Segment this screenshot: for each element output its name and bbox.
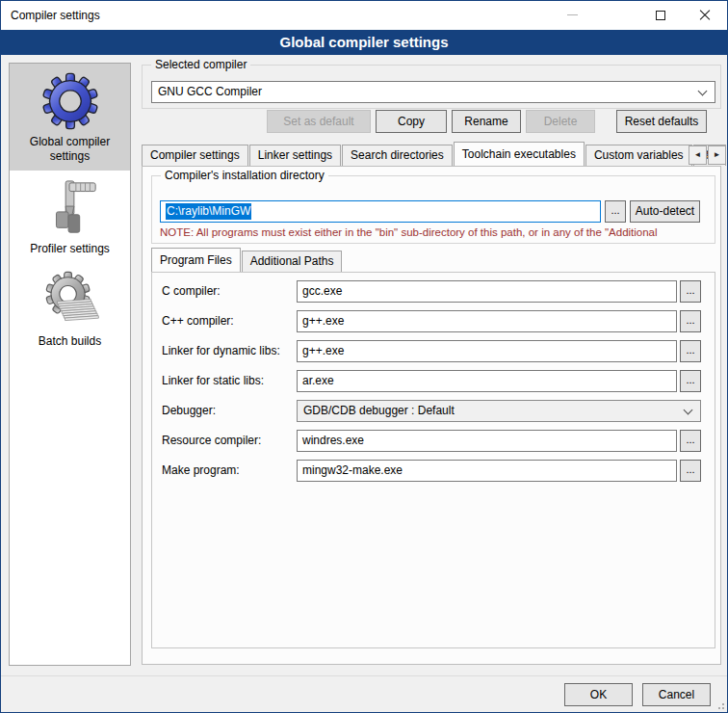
cpp-compiler-input[interactable]: g++.exe (297, 310, 677, 332)
installation-directory-legend: Compiler's installation directory (161, 169, 328, 183)
field-label: Resource compiler: (162, 430, 297, 452)
maximize-icon (656, 11, 665, 20)
field-label: Linker for dynamic libs: (162, 340, 297, 362)
field-row-dynamic-linker: Linker for dynamic libs: g++.exe ... (152, 340, 715, 362)
sidebar-item-profiler-settings[interactable]: Profiler settings (10, 171, 130, 263)
cpp-compiler-browse-button[interactable]: ... (680, 310, 701, 332)
field-value: g++.exe (302, 314, 344, 328)
close-icon (699, 10, 711, 21)
chevron-down-icon (698, 87, 708, 96)
caliper-icon (40, 178, 100, 238)
selected-compiler-group: Selected compiler GNU GCC Compiler (142, 65, 721, 109)
cancel-button[interactable]: Cancel (642, 683, 711, 706)
minimize-icon (567, 14, 578, 15)
field-row-static-linker: Linker for static libs: ar.exe ... (152, 370, 715, 392)
tab-compiler-settings[interactable]: Compiler settings (142, 145, 248, 166)
toolchain-executables-panel: Compiler's installation directory C:\ray… (142, 166, 721, 665)
window-title: Compiler settings (11, 1, 100, 30)
copy-button[interactable]: Copy (376, 110, 447, 133)
field-value: mingw32-make.exe (302, 463, 403, 477)
tab-scroll-left-button[interactable]: ◄ (689, 145, 707, 165)
dynamic-linker-browse-button[interactable]: ... (680, 340, 701, 362)
field-label: Make program: (162, 460, 297, 482)
chevron-down-icon (684, 406, 693, 415)
resource-compiler-input[interactable]: windres.exe (297, 430, 677, 452)
selected-compiler-legend: Selected compiler (151, 58, 250, 72)
field-value: windres.exe (302, 434, 364, 447)
sidebar-item-batch-builds[interactable]: Batch builds (10, 263, 130, 356)
program-files-panel: C compiler: gcc.exe ... C++ compiler: g+… (151, 272, 715, 648)
field-label: Linker for static libs: (162, 370, 297, 392)
dynamic-linker-input[interactable]: g++.exe (297, 340, 677, 362)
tab-linker-settings[interactable]: Linker settings (249, 145, 341, 166)
field-label: Debugger: (162, 400, 297, 422)
tab-search-directories[interactable]: Search directories (342, 145, 453, 166)
installation-directory-value: C:\raylib\MinGW (166, 203, 251, 220)
maximize-button[interactable] (638, 1, 683, 29)
static-linker-input[interactable]: ar.exe (297, 370, 677, 392)
debugger-select-value: GDB/CDB debugger : Default (303, 404, 455, 417)
titlebar[interactable]: Compiler settings (1, 1, 727, 30)
compiler-settings-dialog: Compiler settings Global compiler settin… (0, 0, 728, 713)
field-row-make-program: Make program: mingw32-make.exe ... (152, 460, 715, 482)
sidebar-item-label: Global compiler settings (12, 135, 128, 164)
compiler-actions: Set as default Copy Rename Delete Reset … (1, 110, 707, 133)
tab-scroll-right-icon: ► (714, 150, 721, 159)
resource-compiler-browse-button[interactable]: ... (680, 430, 701, 452)
settings-category-list: Global compiler settings Profiler settin… (9, 63, 131, 666)
installation-directory-input[interactable]: C:\raylib\MinGW (160, 200, 601, 223)
resize-grip[interactable] (715, 700, 724, 709)
field-value: gcc.exe (302, 284, 342, 298)
minimize-button[interactable] (550, 1, 594, 29)
field-value: ar.exe (302, 374, 334, 387)
reset-defaults-button[interactable]: Reset defaults (616, 110, 707, 133)
debugger-select[interactable]: GDB/CDB debugger : Default (297, 400, 701, 422)
page-title: Global compiler settings (1, 30, 727, 55)
compiler-select-value: GNU GCC Compiler (158, 85, 262, 98)
footer-divider (1, 675, 727, 676)
make-program-input[interactable]: mingw32-make.exe (297, 460, 677, 482)
field-row-cpp-compiler: C++ compiler: g++.exe ... (152, 310, 715, 332)
rename-button[interactable]: Rename (452, 110, 521, 133)
compiler-select[interactable]: GNU GCC Compiler (151, 81, 715, 103)
tab-program-files[interactable]: Program Files (151, 248, 241, 272)
field-label: C compiler: (162, 280, 297, 303)
tab-additional-paths[interactable]: Additional Paths (242, 251, 343, 272)
c-compiler-input[interactable]: gcc.exe (297, 280, 677, 303)
sidebar-item-label: Batch builds (12, 334, 128, 349)
tab-custom-variables[interactable]: Custom variables (585, 145, 692, 166)
make-program-browse-button[interactable]: ... (680, 460, 701, 482)
field-row-c-compiler: C compiler: gcc.exe ... (152, 280, 715, 303)
tab-scroll-buttons: ◄ ► (688, 145, 726, 165)
field-row-debugger: Debugger: GDB/CDB debugger : Default (152, 400, 715, 422)
browse-directory-button[interactable]: ... (605, 200, 626, 223)
program-files-tabstrip: Program FilesAdditional Paths (151, 251, 343, 273)
field-row-resource-compiler: Resource compiler: windres.exe ... (152, 430, 715, 452)
static-linker-browse-button[interactable]: ... (680, 370, 701, 392)
close-button[interactable] (683, 1, 727, 29)
field-label: C++ compiler: (162, 310, 297, 332)
tab-scroll-right-button[interactable]: ► (708, 145, 726, 165)
field-value: g++.exe (302, 344, 344, 357)
gray-gear-stack-icon (40, 271, 100, 330)
directory-note: NOTE: All programs must exist either in … (160, 225, 711, 239)
delete-button[interactable]: Delete (526, 110, 595, 133)
tab-scroll-left-icon: ◄ (694, 150, 702, 159)
auto-detect-button[interactable]: Auto-detect (630, 200, 700, 223)
sidebar-item-label: Profiler settings (12, 242, 128, 256)
tab-toolchain-executables[interactable]: Toolchain executables (454, 142, 585, 166)
installation-directory-group: Compiler's installation directory C:\ray… (151, 175, 715, 244)
c-compiler-browse-button[interactable]: ... (680, 280, 701, 303)
settings-tabstrip: Compiler settingsLinker settingsSearch d… (142, 145, 727, 167)
ok-button[interactable]: OK (564, 683, 633, 706)
set-as-default-button[interactable]: Set as default (267, 110, 371, 133)
